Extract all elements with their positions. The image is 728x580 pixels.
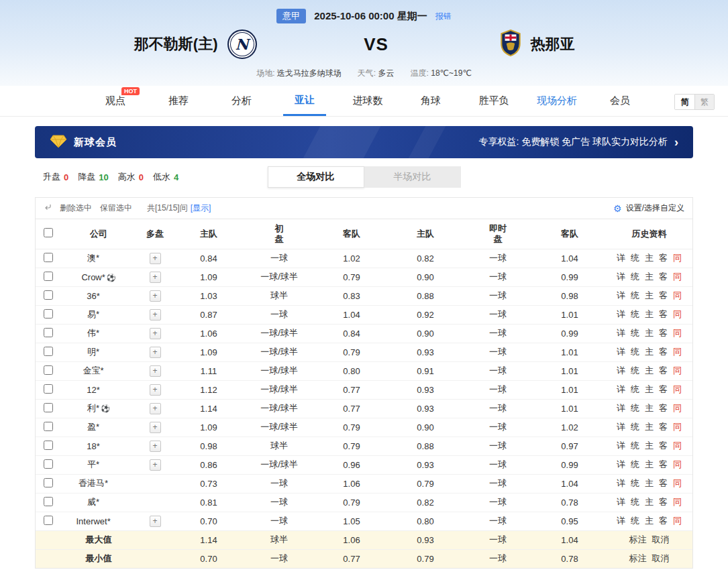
history-stat-link[interactable]: 统 bbox=[631, 384, 639, 396]
history-same-link[interactable]: 同 bbox=[673, 252, 682, 264]
expand-multi-button[interactable]: + bbox=[150, 272, 161, 283]
history-detail-link[interactable]: 详 bbox=[617, 477, 625, 489]
history-same-link[interactable]: 同 bbox=[673, 290, 682, 302]
delete-selected-link[interactable]: 删除选中 bbox=[60, 202, 92, 214]
history-detail-link[interactable]: 详 bbox=[617, 365, 625, 377]
history-away-link[interactable]: 客 bbox=[659, 477, 668, 489]
history-same-link[interactable]: 同 bbox=[673, 271, 682, 283]
history-away-link[interactable]: 客 bbox=[659, 402, 668, 414]
history-stat-link[interactable]: 统 bbox=[631, 308, 639, 321]
vip-banner[interactable]: 新球会员 专享权益: 免费解锁 免广告 球队实力对比分析 › bbox=[35, 126, 693, 158]
row-checkbox[interactable] bbox=[44, 384, 53, 394]
row-checkbox[interactable] bbox=[44, 459, 53, 469]
nav-item-analysis[interactable]: 分析 bbox=[220, 86, 263, 116]
settings-control[interactable]: ⚙ 设置/选择自定义 bbox=[613, 202, 684, 214]
history-stat-link[interactable]: 统 bbox=[631, 365, 639, 377]
nav-item-asian-handicap[interactable]: 亚让 bbox=[283, 86, 326, 116]
history-detail-link[interactable]: 详 bbox=[617, 384, 625, 396]
expand-multi-button[interactable]: + bbox=[150, 328, 161, 339]
history-stat-link[interactable]: 统 bbox=[631, 421, 639, 433]
lang-traditional-button[interactable]: 繁 bbox=[694, 95, 714, 109]
history-stat-link[interactable]: 统 bbox=[631, 440, 639, 452]
history-home-link[interactable]: 主 bbox=[645, 421, 654, 433]
history-home-link[interactable]: 主 bbox=[645, 308, 654, 321]
history-detail-link[interactable]: 详 bbox=[617, 308, 625, 321]
expand-multi-button[interactable]: + bbox=[150, 365, 161, 377]
history-stat-link[interactable]: 统 bbox=[631, 477, 639, 489]
history-home-link[interactable]: 主 bbox=[645, 252, 654, 264]
keep-selected-link[interactable]: 保留选中 bbox=[100, 202, 132, 214]
history-stat-link[interactable]: 统 bbox=[631, 327, 639, 339]
history-away-link[interactable]: 客 bbox=[659, 515, 668, 527]
cancel-link[interactable]: 取消 bbox=[652, 534, 670, 546]
company-name[interactable]: 36* bbox=[87, 291, 100, 301]
row-checkbox[interactable] bbox=[44, 253, 53, 262]
history-same-link[interactable]: 同 bbox=[673, 440, 682, 452]
company-name[interactable]: 易* bbox=[87, 309, 99, 319]
history-away-link[interactable]: 客 bbox=[659, 308, 668, 321]
select-all-checkbox[interactable] bbox=[44, 228, 53, 237]
history-home-link[interactable]: 主 bbox=[645, 290, 654, 302]
row-checkbox[interactable] bbox=[44, 290, 53, 300]
row-checkbox[interactable] bbox=[44, 347, 53, 356]
tab-half-match[interactable]: 半场对比 bbox=[364, 166, 461, 188]
history-detail-link[interactable]: 详 bbox=[617, 440, 625, 452]
history-home-link[interactable]: 主 bbox=[645, 327, 654, 339]
nav-item-recommend[interactable]: 推荐 bbox=[157, 86, 200, 116]
expand-multi-button[interactable]: + bbox=[150, 403, 161, 414]
history-away-link[interactable]: 客 bbox=[659, 365, 668, 377]
lang-simplified-button[interactable]: 简 bbox=[675, 95, 694, 109]
history-same-link[interactable]: 同 bbox=[673, 496, 682, 508]
history-detail-link[interactable]: 详 bbox=[617, 271, 625, 283]
history-away-link[interactable]: 客 bbox=[659, 271, 668, 283]
company-name[interactable]: 12* bbox=[87, 385, 100, 395]
history-away-link[interactable]: 客 bbox=[659, 459, 668, 471]
history-stat-link[interactable]: 统 bbox=[631, 252, 639, 264]
report-error-link[interactable]: 报错 bbox=[435, 11, 452, 22]
expand-multi-button[interactable]: + bbox=[150, 459, 161, 471]
history-same-link[interactable]: 同 bbox=[673, 365, 682, 377]
history-detail-link[interactable]: 详 bbox=[617, 515, 625, 527]
company-name[interactable]: Interwet* bbox=[76, 516, 110, 526]
row-checkbox[interactable] bbox=[44, 497, 53, 506]
history-same-link[interactable]: 同 bbox=[673, 346, 682, 358]
company-name[interactable]: 澳* bbox=[87, 253, 99, 263]
expand-multi-button[interactable]: + bbox=[150, 384, 161, 396]
history-stat-link[interactable]: 统 bbox=[631, 271, 639, 283]
history-same-link[interactable]: 同 bbox=[673, 477, 682, 489]
nav-item-live-analysis[interactable]: 现场分析 bbox=[535, 86, 578, 116]
row-checkbox[interactable] bbox=[44, 422, 53, 431]
row-checkbox[interactable] bbox=[44, 328, 53, 337]
history-same-link[interactable]: 同 bbox=[673, 421, 682, 433]
history-same-link[interactable]: 同 bbox=[673, 515, 682, 527]
history-away-link[interactable]: 客 bbox=[659, 421, 668, 433]
history-detail-link[interactable]: 详 bbox=[617, 252, 625, 264]
expand-multi-button[interactable]: + bbox=[150, 253, 161, 264]
expand-multi-button[interactable]: + bbox=[150, 422, 161, 433]
history-stat-link[interactable]: 统 bbox=[631, 402, 639, 414]
history-home-link[interactable]: 主 bbox=[645, 515, 654, 527]
row-checkbox[interactable] bbox=[44, 441, 53, 450]
show-link[interactable]: [显示] bbox=[191, 202, 211, 214]
row-checkbox[interactable] bbox=[44, 478, 53, 487]
history-away-link[interactable]: 客 bbox=[659, 384, 668, 396]
history-home-link[interactable]: 主 bbox=[645, 384, 654, 396]
company-name[interactable]: 18* bbox=[87, 441, 100, 451]
history-away-link[interactable]: 客 bbox=[659, 327, 668, 339]
history-detail-link[interactable]: 详 bbox=[617, 496, 625, 508]
history-home-link[interactable]: 主 bbox=[645, 365, 654, 377]
mark-link[interactable]: 标注 bbox=[629, 534, 647, 546]
history-away-link[interactable]: 客 bbox=[659, 252, 668, 264]
company-name[interactable]: 伟* bbox=[87, 328, 99, 338]
history-home-link[interactable]: 主 bbox=[645, 496, 654, 508]
row-checkbox[interactable] bbox=[44, 403, 53, 412]
company-name[interactable]: 威* bbox=[87, 497, 99, 507]
history-same-link[interactable]: 同 bbox=[673, 308, 682, 321]
history-same-link[interactable]: 同 bbox=[673, 327, 682, 339]
history-stat-link[interactable]: 统 bbox=[631, 290, 639, 302]
expand-multi-button[interactable]: + bbox=[150, 441, 161, 452]
history-same-link[interactable]: 同 bbox=[673, 384, 682, 396]
history-home-link[interactable]: 主 bbox=[645, 459, 654, 471]
tab-full-match[interactable]: 全场对比 bbox=[268, 166, 364, 188]
history-away-link[interactable]: 客 bbox=[659, 290, 668, 302]
